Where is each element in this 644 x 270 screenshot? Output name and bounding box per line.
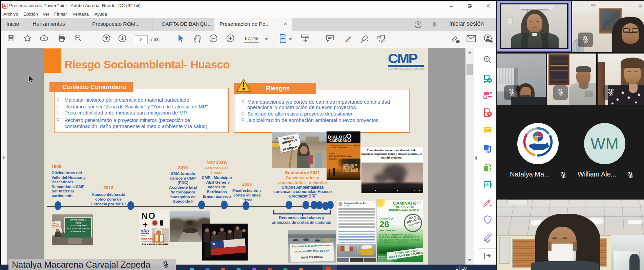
svg-text:?: ? bbox=[417, 23, 419, 27]
